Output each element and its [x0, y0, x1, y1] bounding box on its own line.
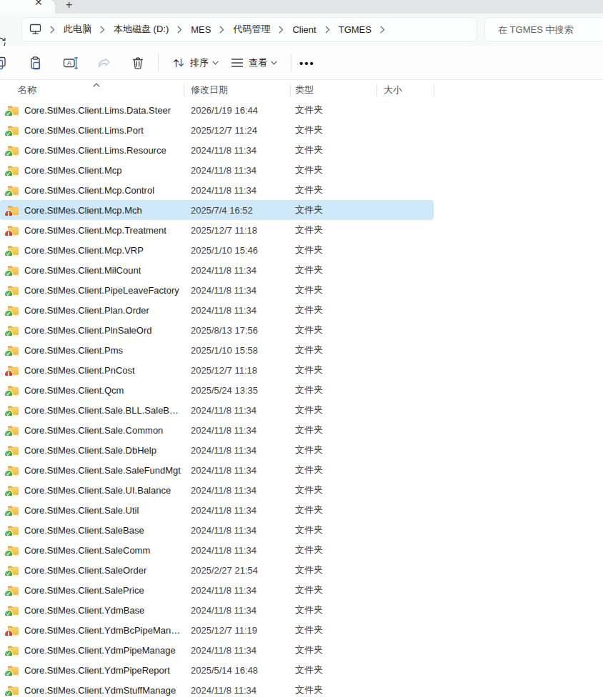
chevron-right-icon[interactable]: [373, 26, 392, 34]
svn-status-badge: [5, 371, 12, 376]
breadcrumb-item[interactable]: 代码管理: [231, 23, 271, 36]
file-type: 文件夹: [290, 344, 377, 356]
file-type: 文件夹: [290, 584, 377, 596]
chevron-right-icon[interactable]: [170, 26, 189, 34]
svn-status-badge: [5, 571, 12, 576]
file-row[interactable]: Core.StlMes.Client.MilCount 2024/11/8 11…: [0, 260, 434, 280]
address-bar[interactable]: 此电脑本地磁盘 (D:)MES代码管理ClientTGMES: [21, 17, 477, 41]
file-row[interactable]: Core.StlMes.Client.Mcp.VRP 2025/1/10 15:…: [0, 240, 434, 260]
new-tab-button[interactable]: +: [66, 0, 72, 11]
rename-icon[interactable]: A: [63, 56, 79, 70]
breadcrumb-item[interactable]: Client: [291, 24, 317, 35]
file-row[interactable]: Core.StlMes.Client.Mcp.Control 2024/11/8…: [0, 180, 434, 200]
file-date-modified: 2025/12/7 11:18: [184, 225, 290, 236]
search-box[interactable]: [484, 17, 603, 41]
column-header-name[interactable]: 名称: [0, 84, 184, 96]
file-name: Core.StlMes.Client.Mcp.Control: [24, 185, 154, 196]
column-divider[interactable]: [377, 84, 377, 97]
folder-icon: [7, 685, 19, 696]
folder-icon: [7, 225, 19, 236]
file-row[interactable]: Core.StlMes.Client.Sale.Common 2024/11/8…: [0, 420, 434, 440]
folder-icon: [7, 545, 19, 556]
folder-icon: [7, 125, 19, 136]
chevron-down-icon: [212, 61, 219, 65]
file-type: 文件夹: [290, 624, 377, 636]
view-icon: [230, 57, 244, 69]
folder-icon: [7, 525, 19, 536]
file-row[interactable]: Core.StlMes.Client.Mcp.Mch 2025/7/4 16:5…: [0, 200, 434, 220]
file-type: 文件夹: [290, 284, 377, 296]
file-row[interactable]: Core.StlMes.Client.Plan.Order 2024/11/8 …: [0, 300, 434, 320]
column-divider[interactable]: [434, 84, 434, 97]
folder-icon: [7, 285, 19, 296]
file-type: 文件夹: [290, 544, 377, 556]
file-name: Core.StlMes.Client.YdmBase: [24, 605, 144, 616]
chevron-right-icon[interactable]: [212, 26, 231, 34]
file-date-modified: 2024/11/8 11:34: [184, 645, 290, 656]
file-row[interactable]: Core.StlMes.Client.Qcm 2025/5/24 13:35 文…: [0, 380, 434, 400]
file-row[interactable]: Core.StlMes.Client.Sale.SaleFundMgt 2024…: [0, 460, 434, 480]
file-type: 文件夹: [290, 444, 377, 456]
file-row[interactable]: Core.StlMes.Client.Lims.Data.Steer 2026/…: [0, 100, 434, 120]
file-row[interactable]: Core.StlMes.Client.YdmPipeManage 2024/11…: [0, 640, 434, 660]
paste-icon[interactable]: [29, 56, 43, 70]
file-type: 文件夹: [290, 404, 377, 416]
breadcrumb-item[interactable]: TGMES: [337, 24, 373, 35]
view-button[interactable]: 查看: [230, 56, 277, 69]
file-type: 文件夹: [290, 464, 377, 476]
file-row[interactable]: Core.StlMes.Client.YdmBase 2024/11/8 11:…: [0, 600, 434, 620]
column-divider[interactable]: [290, 84, 291, 97]
file-row[interactable]: Core.StlMes.Client.Sale.DbHelp 2024/11/8…: [0, 440, 434, 460]
tab-close-icon[interactable]: ✕: [34, 0, 43, 9]
file-explorer-window: ✕ + 此电脑本地磁盘 (D:)MES代码管理ClientTGMES: [0, 0, 603, 700]
folder-icon: [7, 625, 19, 636]
file-type: 文件夹: [290, 684, 377, 696]
sort-ascending-icon: [93, 79, 100, 89]
chevron-right-icon[interactable]: [93, 26, 112, 34]
chevron-right-icon[interactable]: [43, 26, 62, 34]
file-row[interactable]: Core.StlMes.Client.PlnSaleOrd 2025/8/13 …: [0, 320, 434, 340]
file-date-modified: 2026/1/19 16:44: [184, 105, 290, 116]
file-date-modified: 2025/8/13 17:56: [184, 325, 290, 336]
breadcrumb-item[interactable]: 本地磁盘 (D:): [112, 23, 170, 36]
delete-icon[interactable]: [131, 56, 145, 70]
file-row[interactable]: Core.StlMes.Client.YdmBcPipeManage 2025/…: [0, 620, 434, 640]
search-input[interactable]: [497, 24, 603, 36]
file-name: Core.StlMes.Client.Sale.UI.Balance: [24, 485, 171, 496]
active-tab[interactable]: ✕: [0, 0, 55, 14]
file-row[interactable]: Core.StlMes.Client.YdmStuffManage 2024/1…: [0, 680, 434, 700]
file-row[interactable]: Core.StlMes.Client.SaleOrder 2025/2/27 2…: [0, 560, 434, 580]
chevron-right-icon[interactable]: [318, 26, 337, 34]
file-row[interactable]: Core.StlMes.Client.Mcp.Treatment 2025/12…: [0, 220, 434, 240]
file-row[interactable]: Core.StlMes.Client.SalePrice 2024/11/8 1…: [0, 580, 434, 600]
file-row[interactable]: Core.StlMes.Client.YdmPipeReport 2025/5/…: [0, 660, 434, 680]
file-row[interactable]: Core.StlMes.Client.Lims.Resource 2024/11…: [0, 140, 434, 160]
file-row[interactable]: Core.StlMes.Client.Sale.Util 2024/11/8 1…: [0, 500, 434, 520]
column-header-date[interactable]: 修改日期: [184, 84, 290, 96]
chevron-right-icon[interactable]: [271, 26, 291, 34]
copy-icon[interactable]: [0, 56, 7, 70]
file-row[interactable]: Core.StlMes.Client.Lims.Port 2025/12/7 1…: [0, 120, 434, 140]
column-header-size[interactable]: 大小: [377, 84, 434, 96]
file-row[interactable]: Core.StlMes.Client.SaleComm 2024/11/8 11…: [0, 540, 434, 560]
share-icon[interactable]: [96, 56, 112, 70]
svn-status-badge: [5, 671, 12, 676]
file-row[interactable]: Core.StlMes.Client.Mcp 2024/11/8 11:34 文…: [0, 160, 434, 180]
sort-button[interactable]: 排序: [171, 56, 219, 69]
file-row[interactable]: Core.StlMes.Client.Sale.UI.Balance 2024/…: [0, 480, 434, 500]
column-header-type[interactable]: 类型: [290, 84, 377, 96]
file-name: Core.StlMes.Client.PipeLeaveFactory: [24, 285, 179, 296]
column-divider[interactable]: [184, 84, 184, 97]
breadcrumb-item[interactable]: MES: [189, 24, 212, 35]
svn-status-badge: [5, 251, 12, 256]
breadcrumb-item[interactable]: 此电脑: [62, 23, 93, 36]
file-row[interactable]: Core.StlMes.Client.Sale.BLL.SaleBusin...…: [0, 400, 434, 420]
this-pc-icon[interactable]: [29, 24, 41, 35]
svn-status-badge: [5, 471, 12, 476]
more-options-button[interactable]: •••: [299, 56, 315, 69]
file-row[interactable]: Core.StlMes.Client.PnCost 2025/12/7 11:1…: [0, 360, 434, 380]
file-row[interactable]: Core.StlMes.Client.SaleBase 2024/11/8 11…: [0, 520, 434, 540]
folder-icon: [7, 365, 19, 376]
file-row[interactable]: Core.StlMes.Client.Pms 2025/1/10 15:58 文…: [0, 340, 434, 360]
file-row[interactable]: Core.StlMes.Client.PipeLeaveFactory 2024…: [0, 280, 434, 300]
